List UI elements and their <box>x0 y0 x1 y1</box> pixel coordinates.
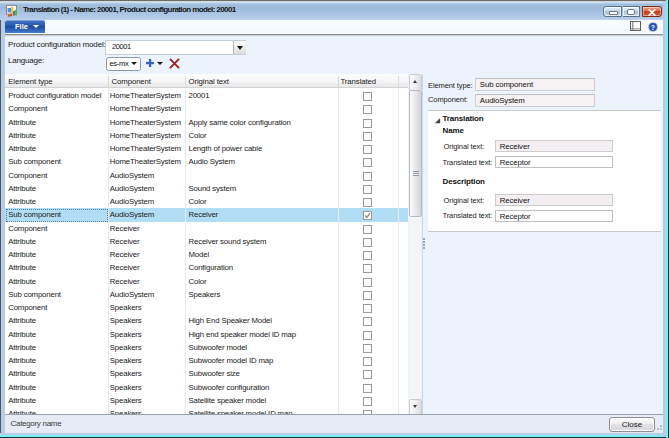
svg-text:?: ? <box>650 23 654 30</box>
